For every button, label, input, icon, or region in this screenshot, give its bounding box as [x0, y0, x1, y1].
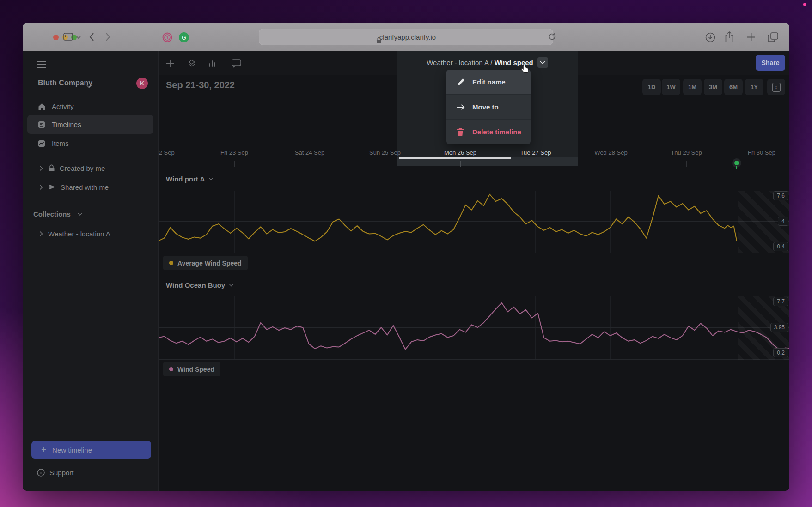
trash-icon [457, 128, 465, 136]
breadcrumb: Weather - location A / [427, 59, 494, 66]
password-extension-icon[interactable]: 1 [162, 32, 172, 42]
range-button-3m[interactable]: 3M [704, 79, 722, 95]
range-button-1m[interactable]: 1M [683, 79, 702, 95]
x-axis-label: Sun 25 Sep [369, 149, 401, 157]
menu-item-delete-timeline[interactable]: Delete timeline [446, 119, 531, 144]
range-button-1w[interactable]: 1W [662, 79, 680, 95]
series-line [159, 194, 737, 241]
url-text: clarifyapp.clarify.io [379, 33, 436, 41]
x-axis-tick [762, 161, 762, 167]
info-icon [37, 469, 45, 477]
chart1-plot [159, 191, 789, 254]
x-axis-tick [686, 161, 687, 167]
sidebar-toggle-chevron-icon[interactable] [76, 36, 81, 39]
chart1-title[interactable]: Wind port A [166, 175, 214, 183]
fit-vertical-button[interactable]: ↕ [767, 79, 785, 95]
sidebar-item-label: Timelines [52, 121, 81, 128]
browser-window: 1 G clarifyapp.clarify.io [23, 23, 789, 491]
sidebar-group-shared-with-me[interactable]: Shared with me [23, 180, 109, 194]
chart1-title-label: Wind port A [166, 175, 205, 183]
forward-icon[interactable] [105, 33, 110, 41]
chart1-legend-label: Average Wind Speed [177, 260, 242, 267]
lock-icon [48, 164, 55, 172]
x-axis-tick [536, 161, 536, 167]
grammarly-extension-icon[interactable]: G [179, 32, 189, 42]
collection-label: Weather - location A [48, 230, 110, 238]
tab-overview-icon[interactable] [768, 32, 779, 42]
chart-icon[interactable] [208, 59, 217, 67]
y-axis-value: 7.6 [773, 191, 788, 200]
range-button-1d[interactable]: 1D [642, 79, 661, 95]
menu-item-label: Edit name [472, 78, 506, 86]
support-link[interactable]: Support [37, 466, 74, 479]
downloads-icon[interactable] [705, 32, 715, 42]
x-axis-label: Wed 28 Sep [594, 149, 627, 157]
sidebar: Bluth Company K ActivityTimelinesItems C… [23, 51, 159, 491]
x-axis-tick [611, 161, 611, 167]
now-marker-pin [732, 158, 741, 168]
org-switcher[interactable]: Bluth Company K [23, 76, 158, 91]
sidebar-item-label: Activity [52, 103, 74, 110]
cursor-hand [520, 64, 530, 75]
group-label: Created by me [60, 164, 105, 172]
add-item-icon[interactable] [166, 59, 174, 67]
org-name: Bluth Company [38, 79, 92, 87]
chevron-down-icon [229, 284, 234, 287]
sidebar-item-items[interactable]: Items [27, 134, 153, 153]
comment-icon[interactable] [232, 59, 241, 68]
chart2-plot [159, 296, 789, 360]
x-axis-label: Tue 27 Sep [520, 149, 551, 157]
back-icon[interactable] [89, 33, 94, 41]
collection-item[interactable]: Weather - location A [23, 227, 110, 241]
menu-icon[interactable] [37, 61, 46, 68]
new-tab-icon[interactable] [747, 33, 756, 42]
title-menu-button[interactable] [537, 57, 548, 68]
sidebar-toggle-icon[interactable] [63, 33, 73, 41]
chart2-legend-label: Wind Speed [177, 366, 214, 373]
sidebar-group-created-by-me[interactable]: Created by me [23, 161, 105, 175]
range-button-1y[interactable]: 1Y [745, 79, 763, 95]
menu-item-edit-name[interactable]: Edit name [446, 70, 531, 94]
menu-item-move-to[interactable]: Move to [446, 94, 531, 119]
plus-icon: + [41, 445, 46, 455]
x-axis-tick [385, 161, 385, 167]
timelines-icon [38, 121, 46, 128]
y-axis-value: 0.4 [773, 242, 788, 251]
arrow-right-icon [457, 104, 465, 110]
group-label: Shared with me [61, 183, 109, 191]
close-window-button[interactable] [53, 35, 59, 40]
timeline-scrollbar[interactable] [399, 157, 511, 159]
avatar[interactable]: K [136, 78, 148, 89]
chart2-title[interactable]: Wind Ocean Buoy [166, 281, 234, 289]
new-timeline-button[interactable]: + New timeline [31, 441, 151, 459]
svg-text:G: G [182, 35, 186, 41]
x-axis-label: Fri 23 Sep [220, 149, 248, 157]
series-line [159, 303, 789, 350]
browser-chrome: 1 G clarifyapp.clarify.io [23, 23, 789, 51]
chevron-down-icon [77, 212, 83, 216]
x-axis-tick [460, 161, 461, 167]
chart2-legend[interactable]: Wind Speed [163, 362, 220, 376]
chart1-legend[interactable]: Average Wind Speed [163, 256, 248, 270]
wallpaper-dot [803, 3, 806, 6]
menu-item-label: Move to [472, 103, 499, 111]
timeline-title: Weather - location A / Wind speed [397, 54, 578, 71]
svg-text:1: 1 [166, 36, 168, 40]
range-button-6m[interactable]: 6M [724, 79, 743, 95]
x-axis-label: Mon 26 Sep [444, 149, 476, 157]
sidebar-item-timelines[interactable]: Timelines [27, 115, 153, 134]
clarify-app: Bluth Company K ActivityTimelinesItems C… [23, 51, 789, 491]
series-color-dot [169, 261, 173, 265]
x-axis-tick [234, 161, 235, 167]
collections-header[interactable]: Collections [33, 210, 83, 218]
share-page-icon[interactable] [725, 31, 734, 43]
share-button[interactable]: Share [756, 55, 785, 71]
url-field[interactable]: clarifyapp.clarify.io [259, 29, 553, 45]
sidebar-item-activity[interactable]: Activity [27, 97, 153, 116]
menu-item-label: Delete timeline [472, 128, 521, 136]
layers-icon[interactable] [187, 59, 196, 68]
sidebar-item-label: Items [52, 139, 69, 147]
x-axis-label: Sat 24 Sep [295, 149, 324, 157]
chevron-down-icon [208, 177, 214, 181]
chevron-right-icon [39, 231, 43, 237]
